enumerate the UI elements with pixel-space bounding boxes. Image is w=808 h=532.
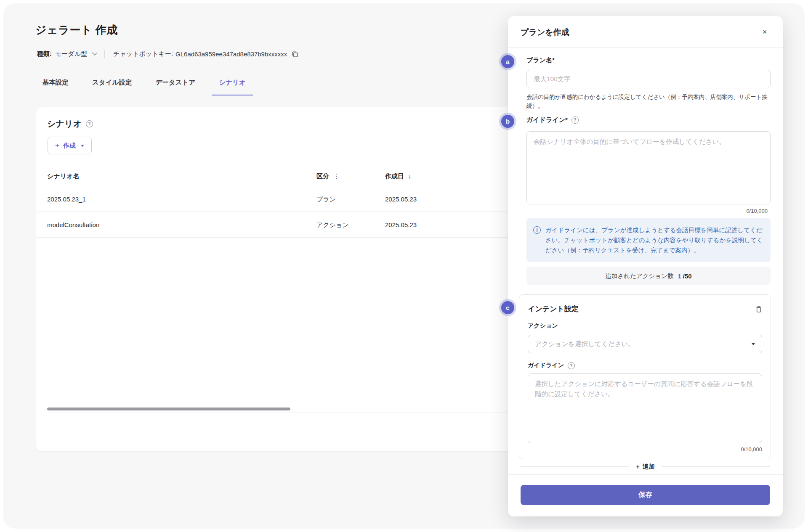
plus-icon: + [636,463,639,470]
tab-basic-settings[interactable]: 基本設定 [35,78,76,95]
caret-down-icon [81,145,84,147]
intent-guideline-label: ガイドライン ? [528,362,762,369]
guideline-info-text: ガイドラインには、プランが達成しようとする会話目標を簡単に記述してください。チャ… [545,225,763,255]
cell-scenario-name: modelConsultation [47,212,99,238]
plan-name-label: プラン名* [526,56,555,64]
vertical-divider [104,50,105,58]
table-row[interactable]: 2025.05.23_1 プラン 2025.05.23 [36,186,522,212]
cell-type: アクション [316,212,349,238]
cell-type: プラン [316,186,336,212]
table-header: シナリオ名 区分 ⋮ 作成日 ↓ [36,168,522,186]
action-select-placeholder: アクションを選択してください。 [535,340,635,349]
action-count-max: /50 [683,273,692,280]
plus-icon: + [55,141,59,150]
add-intent-button[interactable]: + 追加 [636,463,654,471]
type-value[interactable]: モーダル型 [55,50,87,58]
divider-line [521,466,629,467]
create-plan-panel: プランを作成 × a プラン名* 会話の目的が直感的にわかるように設定してくださ… [508,16,783,516]
guideline-info-box: i ガイドラインには、プランが達成しようとする会話目標を簡単に記述してください。… [526,218,771,262]
guideline-textarea[interactable] [526,131,771,204]
panel-title: プランを作成 [521,27,569,38]
panel-footer: 保存 [508,474,783,516]
step-badge-c: c [501,301,514,314]
page-title: ジェラート 作成 [35,23,118,37]
action-count-bar: 追加されたアクション数 1 /50 [526,267,771,285]
column-menu-icon[interactable]: ⋮ [333,168,340,185]
help-icon[interactable]: ? [568,362,575,369]
guideline-label: ガイドライン* ? [526,116,579,124]
type-label: 種類: [37,50,52,58]
cell-scenario-name: 2025.05.23_1 [47,186,86,212]
cell-created: 2025.05.23 [385,186,417,212]
step-badge-a: a [501,55,514,68]
intent-guideline-textarea[interactable] [528,373,762,443]
intent-counter: 0/10,000 [528,446,762,453]
intent-title: インテント設定 [528,304,579,314]
panel-header: プランを作成 × [508,16,783,48]
chatbot-key-value: GL6ad63a959ee347ad8e837b9bxxxxxx [175,50,287,58]
sort-desc-icon[interactable]: ↓ [408,168,412,185]
tab-scenario[interactable]: シナリオ [212,78,252,95]
chatbot-key-label: チャットボットキー: [113,50,173,58]
action-count-label: 追加されたアクション数 [605,272,673,280]
trash-icon[interactable] [755,305,762,313]
divider-line [662,466,770,467]
settings-tabs: 基本設定 スタイル設定 データストア シナリオ [35,78,262,95]
tab-datastore[interactable]: データストア [148,78,202,95]
column-created: 作成日 ↓ [385,168,412,185]
horizontal-scrollbar[interactable] [47,408,290,410]
plan-name-helper: 会話の目的が直感的にわかるように設定してください（例：予約案内、店舗案内、サポー… [526,93,774,110]
create-button-label: 作成 [63,142,76,150]
chevron-down-icon[interactable] [92,50,98,55]
action-count-current: 1 [678,273,681,280]
step-badge-b: b [501,115,514,128]
scenario-card-header: シナリオ ? [47,118,93,130]
info-icon: i [533,226,541,234]
help-icon[interactable]: ? [571,116,579,124]
add-intent-row: + 追加 [521,463,770,471]
action-select[interactable]: アクションを選択してください。 [528,335,762,353]
help-icon[interactable]: ? [86,120,93,127]
select-caret-icon [752,343,755,345]
action-label: アクション [528,322,762,330]
guideline-counter: 0/10,000 [746,208,768,214]
close-icon[interactable]: × [759,26,770,37]
save-button[interactable]: 保存 [521,485,770,505]
column-type: 区分 ⋮ [316,168,340,185]
intent-header: インテント設定 [528,304,762,314]
tab-style-settings[interactable]: スタイル設定 [85,78,139,95]
copy-icon[interactable] [291,50,298,58]
table-row[interactable]: modelConsultation アクション 2025.05.23 [36,212,522,238]
scenario-card: シナリオ ? + 作成 シナリオ名 区分 ⋮ 作成日 ↓ 2025.05.23_… [36,107,522,451]
table-bottom-line [47,413,511,413]
scenario-card-title: シナリオ [47,118,82,130]
intent-settings-card: インテント設定 アクション アクションを選択してください。 ガイドライン ? 0… [519,294,771,459]
column-scenario-name: シナリオ名 [47,168,79,185]
plan-name-input[interactable] [526,70,771,88]
create-scenario-button[interactable]: + 作成 [48,137,92,154]
cell-created: 2025.05.23 [385,212,417,238]
chatbot-meta-row: 種類: モーダル型 チャットボットキー: GL6ad63a959ee347ad8… [37,50,298,58]
